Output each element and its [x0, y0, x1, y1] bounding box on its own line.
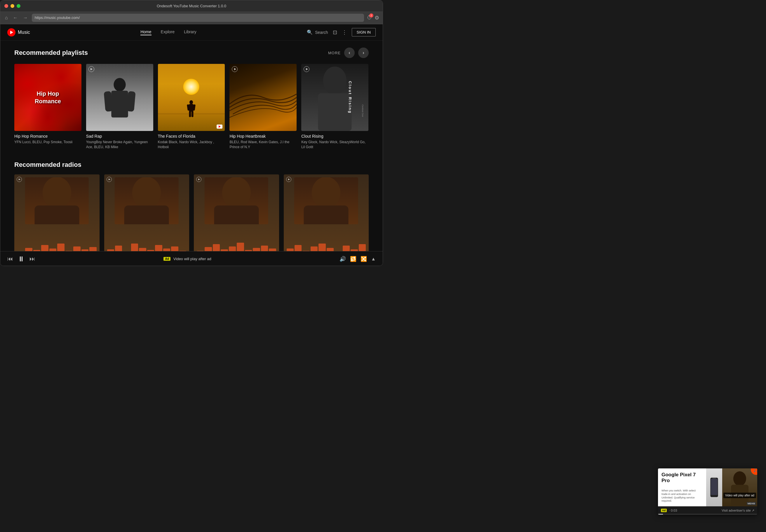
- search-area[interactable]: 🔍 Search: [307, 29, 328, 35]
- window-title: Ondesoft YouTube Music Converter 1.0.0: [157, 4, 226, 8]
- svg-point-18: [312, 177, 340, 209]
- bar: [131, 244, 138, 251]
- bar: [163, 249, 170, 251]
- radio-face-2: [115, 177, 179, 224]
- sad-rap-play-icon: [88, 66, 94, 72]
- svg-rect-8: [189, 111, 191, 117]
- close-button[interactable]: [4, 4, 8, 8]
- central-cee-label: Central Cee: [361, 105, 364, 117]
- repeat-button[interactable]: 🔁: [350, 256, 356, 262]
- bar: [49, 249, 56, 251]
- pause-button[interactable]: ⏸: [18, 255, 25, 263]
- playlist-artists-4: BLEU, Rod Wave, Kevin Gates, J.I the Pri…: [230, 140, 297, 150]
- bar: [343, 246, 350, 251]
- bar: [295, 245, 302, 251]
- playlist-card-clout[interactable]: Clout Rising Central Cee Clout Rising Ke…: [301, 64, 368, 149]
- radio-face-4: [294, 177, 358, 224]
- more-button[interactable]: MORE: [328, 51, 341, 55]
- bar: [359, 244, 366, 251]
- heartbreak-bg: [230, 64, 297, 131]
- prev-arrow[interactable]: ‹: [344, 48, 355, 58]
- bar: [261, 246, 268, 251]
- nav-home[interactable]: Home: [140, 29, 151, 35]
- expand-player-button[interactable]: ▲: [371, 256, 376, 262]
- clout-title-vertical: Clout Rising: [348, 81, 352, 114]
- history-button[interactable]: ⏱ 2: [367, 15, 372, 21]
- yt-nav-links: Home Explore Library: [39, 29, 298, 35]
- nav-library[interactable]: Library: [184, 29, 197, 35]
- forward-button[interactable]: →: [22, 14, 29, 22]
- playlist-name-1: Hip Hop Romance: [14, 134, 81, 139]
- playlist-artists-3: Kodak Black, Nardo Wick, Jackboy , Hotbo…: [158, 140, 225, 150]
- playlist-name-2: Sad Rap: [86, 134, 153, 139]
- clout-figure: [301, 64, 368, 131]
- browser-bar: ⌂ ← → ⏱ 2 ⚙: [0, 11, 383, 24]
- radio-play-icon-3: [196, 177, 202, 182]
- svg-point-16: [222, 177, 251, 209]
- nav-explore[interactable]: Explore: [161, 29, 174, 35]
- heartbreak-texture: [230, 64, 297, 131]
- radio-waveform-1: [17, 242, 97, 251]
- address-bar[interactable]: [32, 14, 364, 22]
- sign-in-button[interactable]: SIGN IN: [352, 28, 376, 36]
- playlist-card-heartbreak[interactable]: Hip Hop Heartbreak BLEU, Rod Wave, Kevin…: [230, 64, 297, 149]
- bar: [57, 244, 64, 251]
- radio-card-1[interactable]: [14, 174, 99, 251]
- bar: [327, 248, 334, 251]
- playlist-thumb-5: Clout Rising Central Cee: [301, 64, 368, 131]
- radio-card-4[interactable]: [284, 174, 369, 251]
- hip-hop-thumb-bg: Hip HopRomance: [14, 64, 81, 131]
- bar: [213, 244, 220, 251]
- volume-button[interactable]: 🔊: [340, 256, 346, 262]
- skip-back-button[interactable]: ⏮: [7, 255, 13, 262]
- playlist-card-hip-hop-romance[interactable]: Hip HopRomance Hip Hop Romance YFN Lucci…: [14, 64, 81, 149]
- title-bar: Ondesoft YouTube Music Converter 1.0.0: [0, 0, 383, 11]
- settings-button[interactable]: ⚙: [375, 15, 379, 21]
- shuffle-button[interactable]: 🔀: [361, 256, 367, 262]
- player-bar: ⏮ ⏸ ⏭ Ad Video will play after ad 🔊 🔁 🔀 …: [0, 251, 383, 266]
- bar: [205, 247, 212, 251]
- bar: [229, 246, 236, 251]
- radio-grid: [14, 174, 369, 251]
- playlist-thumb-3: [158, 64, 225, 131]
- player-controls: ⏮ ⏸ ⏭: [7, 255, 35, 263]
- playlist-card-florida[interactable]: The Faces of Florida Kodak Black, Nardo …: [158, 64, 225, 149]
- playlists-title: Recommended playlists: [14, 49, 88, 57]
- svg-point-4: [189, 100, 193, 104]
- radio-thumb-1: [14, 174, 99, 251]
- back-button[interactable]: ←: [12, 14, 19, 22]
- playlist-grid: Hip HopRomance Hip Hop Romance YFN Lucci…: [14, 64, 369, 149]
- radio-card-3[interactable]: [194, 174, 279, 251]
- playlist-card-sad-rap[interactable]: Sad Rap YoungBoy Never Broke Again, Yung…: [86, 64, 153, 149]
- radio-play-icon-1: [17, 177, 22, 182]
- playlist-thumb-1: Hip HopRomance: [14, 64, 81, 131]
- bar: [253, 248, 260, 251]
- player-right: 🔊 🔁 🔀 ▲: [340, 256, 376, 262]
- browser-icons: ⏱ 2 ⚙: [367, 15, 379, 21]
- home-button[interactable]: ⌂: [4, 14, 9, 22]
- bar: [139, 248, 146, 251]
- yt-mini-icon-3: [217, 125, 223, 129]
- svg-rect-11: [318, 93, 352, 131]
- more-options-button[interactable]: ⋮: [342, 29, 347, 36]
- radios-section-header: Recommended radios: [14, 161, 369, 169]
- skip-forward-button[interactable]: ⏭: [29, 255, 35, 262]
- cast-button[interactable]: ⊡: [333, 29, 337, 36]
- hip-hop-overlay: Hip HopRomance: [14, 64, 81, 131]
- radio-play-icon-2: [106, 177, 112, 182]
- maximize-button[interactable]: [17, 4, 20, 8]
- svg-rect-5: [189, 104, 194, 112]
- bar: [287, 249, 294, 251]
- yt-logo-text: Music: [18, 30, 30, 35]
- radio-card-2[interactable]: [104, 174, 189, 251]
- minimize-button[interactable]: [11, 4, 14, 8]
- svg-rect-13: [34, 206, 79, 224]
- sad-rap-silhouette: [101, 77, 138, 131]
- svg-point-0: [113, 78, 125, 91]
- yt-music-logo[interactable]: Music: [7, 28, 30, 36]
- next-arrow[interactable]: ›: [358, 48, 369, 58]
- bar: [311, 246, 318, 251]
- florida-figure: [187, 100, 196, 119]
- bar: [25, 248, 32, 251]
- bar: [269, 249, 276, 251]
